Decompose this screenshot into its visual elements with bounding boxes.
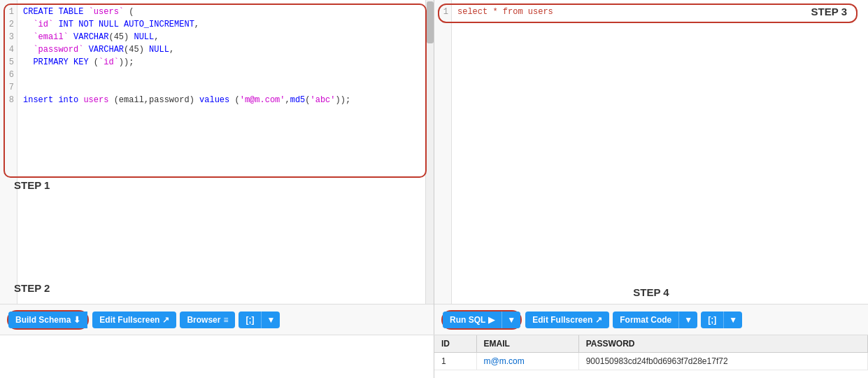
left-scroll-thumb[interactable] — [427, 1, 434, 43]
results-table: ID EMAIL PASSWORD 1 m@m.com 900150983cd2… — [434, 335, 868, 370]
run-sql-icon: ▶ — [488, 315, 495, 325]
right-line-numbers: 1 — [434, 0, 452, 304]
right-panel: STEP 3 1 select * from users STEP 4 Run … — [434, 0, 868, 335]
edit-fullscreen-left-icon: ↗ — [162, 315, 169, 325]
step2-label: STEP 2 — [7, 278, 57, 298]
semicolon-right-dropdown[interactable]: ▼ — [723, 312, 742, 328]
email-link[interactable]: m@m.com — [484, 356, 525, 366]
edit-fullscreen-right-button[interactable]: Edit Fullscreen ↗ — [525, 312, 609, 328]
results-right-table: ID EMAIL PASSWORD 1 m@m.com 900150983cd2… — [434, 335, 868, 378]
step4-label: STEP 4 — [633, 286, 669, 298]
run-sql-highlight: Run SQL ▶ ▼ — [441, 310, 522, 330]
right-code-content[interactable]: select * from users — [452, 0, 868, 304]
left-line-numbers: 1 2 3 4 5 6 7 8 — [0, 0, 17, 304]
step1-label: STEP 1 — [7, 175, 57, 195]
left-scrollbar[interactable] — [425, 0, 434, 304]
semicolon-right-group: [;] ▼ — [701, 312, 742, 328]
cell-id: 1 — [434, 353, 476, 370]
edit-fullscreen-left-button[interactable]: Edit Fullscreen ↗ — [92, 312, 176, 328]
semicolon-right-dropdown-icon: ▼ — [729, 315, 737, 325]
run-sql-dropdown-icon: ▼ — [507, 315, 515, 325]
left-editor-area[interactable]: 1 2 3 4 5 6 7 8 CREATE TABLE `users` ( `… — [0, 0, 434, 304]
edit-fullscreen-right-label: Edit Fullscreen — [532, 315, 592, 325]
run-sql-button[interactable]: Run SQL ▶ — [443, 312, 501, 328]
semicolon-right-label: [;] — [708, 315, 716, 325]
semicolon-left-label: [;] — [246, 315, 254, 325]
browser-icon: ≡ — [223, 315, 228, 325]
left-code-content[interactable]: CREATE TABLE `users` ( `id` INT NOT NULL… — [17, 0, 425, 304]
edit-fullscreen-right-icon: ↗ — [595, 315, 602, 325]
build-schema-icon: ⬇ — [73, 315, 80, 325]
semicolon-left-dropdown[interactable]: ▼ — [261, 312, 280, 328]
build-schema-highlight: Build Schema ⬇ — [7, 310, 89, 330]
semicolon-left-button[interactable]: [;] — [239, 312, 261, 328]
col-header-id: ID — [434, 335, 476, 353]
run-sql-label: Run SQL — [450, 315, 485, 325]
semicolon-left-group: [;] ▼ — [239, 312, 280, 328]
format-code-label: Format Code — [620, 315, 671, 325]
results-left-empty — [0, 335, 434, 378]
cell-email: m@m.com — [476, 353, 578, 370]
run-sql-dropdown[interactable]: ▼ — [501, 312, 520, 328]
format-code-dropdown-icon: ▼ — [684, 315, 692, 325]
format-code-button[interactable]: Format Code — [613, 312, 678, 328]
format-code-group: Format Code ▼ — [613, 312, 697, 328]
editors-row: 1 2 3 4 5 6 7 8 CREATE TABLE `users` ( `… — [0, 0, 868, 335]
col-header-password: PASSWORD — [578, 335, 867, 353]
table-row: 1 m@m.com 900150983cd24fb0d6963f7d28e17f… — [434, 353, 868, 370]
cell-password: 900150983cd24fb0d6963f7d28e17f72 — [578, 353, 867, 370]
build-schema-button[interactable]: Build Schema ⬇ — [8, 312, 87, 328]
results-table-container: ID EMAIL PASSWORD 1 m@m.com 900150983cd2… — [0, 335, 868, 378]
col-header-email: EMAIL — [476, 335, 578, 353]
left-panel: 1 2 3 4 5 6 7 8 CREATE TABLE `users` ( `… — [0, 0, 434, 335]
format-code-dropdown[interactable]: ▼ — [678, 312, 697, 328]
semicolon-left-dropdown-icon: ▼ — [266, 315, 275, 325]
semicolon-right-button[interactable]: [;] — [701, 312, 723, 328]
browser-button[interactable]: Browser ≡ — [180, 312, 235, 328]
right-editor-area[interactable]: STEP 3 1 select * from users STEP 4 — [434, 0, 868, 304]
left-toolbar: Build Schema ⬇ Edit Fullscreen ↗ Browser… — [0, 304, 434, 335]
build-schema-label: Build Schema — [15, 315, 71, 325]
right-toolbar: Run SQL ▶ ▼ Edit Fullscreen ↗ Format Cod… — [434, 304, 868, 335]
browser-label: Browser — [187, 315, 220, 325]
edit-fullscreen-left-label: Edit Fullscreen — [99, 315, 159, 325]
main-container: 1 2 3 4 5 6 7 8 CREATE TABLE `users` ( `… — [0, 0, 868, 378]
